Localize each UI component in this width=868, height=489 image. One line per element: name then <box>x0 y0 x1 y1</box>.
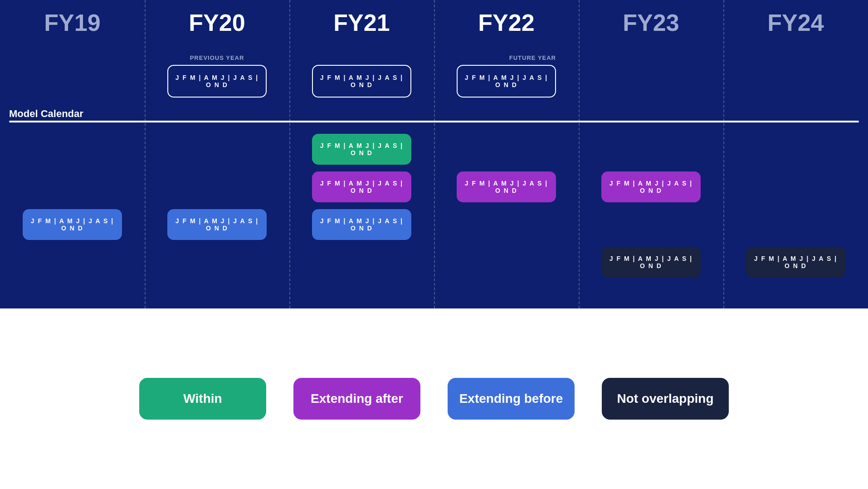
row2-purple-fy22: J F M | A M J | J A S | O N D <box>457 171 556 202</box>
previous-year-label: PREVIOUS YEAR <box>190 54 244 61</box>
legend-within: Within <box>139 378 266 420</box>
fy-header-fy22: FY22 <box>434 9 579 36</box>
row2-purple-fy21: J F M | A M J | J A S | O N D <box>312 171 411 202</box>
fy21-outline-spacer <box>361 54 363 61</box>
fy22-outline-block: J F M | A M J | J A S | O N D <box>457 65 556 98</box>
row1-green-fy21: J F M | A M J | J A S | O N D <box>312 134 411 165</box>
fy20-outline-block: J F M | A M J | J A S | O N D <box>167 65 267 98</box>
row4-dark-fy23: J F M | A M J | J A S | O N D <box>601 247 701 278</box>
fy-header-fy20: FY20 <box>145 9 289 36</box>
fy-header-fy21: FY21 <box>289 9 434 36</box>
col-divider-3 <box>434 0 435 308</box>
col-divider-1 <box>145 0 146 308</box>
row3-blue-fy21: J F M | A M J | J A S | O N D <box>312 209 411 240</box>
row2-purple-fy23: J F M | A M J | J A S | O N D <box>601 171 701 202</box>
row3-blue-fy20: J F M | A M J | J A S | O N D <box>167 209 267 240</box>
timeline-line <box>9 121 859 122</box>
legend-area: Within Extending after Extending before … <box>0 308 868 489</box>
row3-blue-fy19: J F M | A M J | J A S | O N D <box>23 209 122 240</box>
main-chart: FY19 FY20 FY21 FY22 FY23 FY24 PREVIOUS Y… <box>0 0 868 308</box>
future-year-label: FUTURE YEAR <box>457 54 556 61</box>
legend-not-overlapping: Not overlapping <box>602 378 729 420</box>
row4-dark-fy24: J F M | A M J | J A S | O N D <box>746 247 845 278</box>
legend-extending-after: Extending after <box>293 378 420 420</box>
model-calendar-label: Model Calendar <box>9 108 83 120</box>
legend-extending-before: Extending before <box>448 378 575 420</box>
fy21-outline-block: J F M | A M J | J A S | O N D <box>312 65 411 98</box>
fy-header-fy24: FY24 <box>723 9 868 36</box>
fy-header-fy19: FY19 <box>0 9 145 36</box>
fy-header-fy23: FY23 <box>579 9 723 36</box>
